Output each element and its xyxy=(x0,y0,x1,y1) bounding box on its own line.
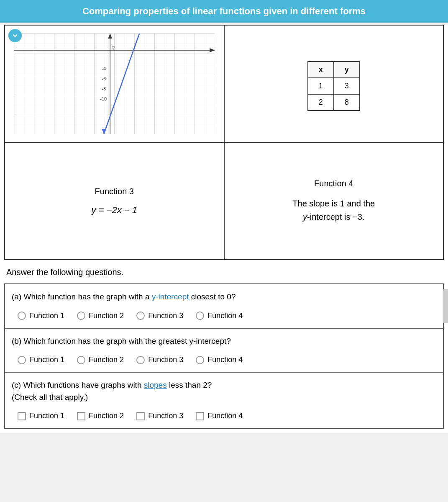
function3-label: Function 3 xyxy=(95,187,134,196)
header-title: Comparing properties of linear functions… xyxy=(82,6,366,16)
question-b-options: Function 1 Function 2 Function 3 Functio… xyxy=(5,351,443,372)
option-b-func3[interactable]: Function 3 xyxy=(136,355,183,364)
checkbox-c-func4[interactable] xyxy=(196,412,204,420)
option-label: Function 2 xyxy=(89,355,124,364)
radio-a-func1[interactable] xyxy=(18,311,26,320)
option-c-func1[interactable]: Function 1 xyxy=(18,412,64,420)
radio-a-func4[interactable] xyxy=(196,311,204,320)
option-b-func2[interactable]: Function 2 xyxy=(77,355,124,364)
table-cell: 1 xyxy=(308,78,334,94)
function2-cell: x y 1 3 2 8 xyxy=(224,25,444,142)
question-a-text: (a) Which function has the graph with a … xyxy=(5,284,443,307)
checkbox-c-func2[interactable] xyxy=(77,412,85,420)
question-c-text: (c) Which functions have graphs with slo… xyxy=(5,373,443,407)
question-b-box: (b) Which function has the graph with th… xyxy=(4,329,444,373)
option-label: Function 4 xyxy=(207,412,243,420)
radio-b-func1[interactable] xyxy=(18,356,26,364)
question-a-box: (a) Which function has the graph with a … xyxy=(4,283,444,329)
slopes-link[interactable]: slopes xyxy=(144,381,167,389)
question-c-box: (c) Which functions have graphs with slo… xyxy=(4,373,444,429)
table-cell: 3 xyxy=(334,78,360,94)
checkbox-c-func1[interactable] xyxy=(18,412,26,420)
table-row: 1 3 xyxy=(308,78,360,94)
function4-desc-line1: The slope is 1 and the xyxy=(292,199,375,208)
question-b-text: (b) Which function has the graph with th… xyxy=(5,329,443,352)
option-label: Function 4 xyxy=(207,311,243,320)
function2-table: x y 1 3 2 8 xyxy=(307,61,360,111)
option-a-func2[interactable]: Function 2 xyxy=(77,311,124,320)
radio-a-func3[interactable] xyxy=(136,311,145,320)
table-col-y: y xyxy=(334,62,360,78)
option-c-func3[interactable]: Function 3 xyxy=(136,412,183,420)
option-label: Function 1 xyxy=(29,355,64,364)
radio-b-func3[interactable] xyxy=(136,356,145,364)
option-c-func4[interactable]: Function 4 xyxy=(196,412,243,420)
radio-a-func2[interactable] xyxy=(77,311,85,320)
option-label: Function 1 xyxy=(29,412,64,420)
option-b-func4[interactable]: Function 4 xyxy=(196,355,243,364)
option-a-func3[interactable]: Function 3 xyxy=(136,311,183,320)
option-c-func2[interactable]: Function 2 xyxy=(77,412,124,420)
table-cell: 8 xyxy=(334,94,360,111)
option-b-func1[interactable]: Function 1 xyxy=(18,355,64,364)
question-c-options: Function 1 Function 2 Function 3 Functio… xyxy=(5,407,443,428)
functions-grid: 2 -4 -6 -8 -10 xyxy=(4,25,444,260)
answer-section: Answer the following questions. (a) Whic… xyxy=(0,260,448,433)
y-intercept-link[interactable]: y-intercept xyxy=(152,292,189,301)
option-label: Function 4 xyxy=(207,355,243,364)
chevron-button[interactable] xyxy=(8,29,22,42)
function1-graph: 2 -4 -6 -8 -10 xyxy=(7,33,222,134)
function4-desc-line2: y-intercept is −3. xyxy=(303,212,364,221)
radio-b-func4[interactable] xyxy=(196,356,204,364)
page-header: Comparing properties of linear functions… xyxy=(0,0,448,23)
function4-label: Function 4 xyxy=(314,179,353,188)
option-a-func4[interactable]: Function 4 xyxy=(196,311,243,320)
svg-text:2: 2 xyxy=(112,45,115,50)
table-cell: 2 xyxy=(308,94,334,111)
option-label: Function 3 xyxy=(148,412,183,420)
option-label: Function 2 xyxy=(89,311,124,320)
option-label: Function 1 xyxy=(29,311,64,320)
function3-equation: y = −2x − 1 xyxy=(92,205,137,216)
sidebar-handle xyxy=(443,289,448,323)
table-col-x: x xyxy=(308,62,334,78)
svg-text:-4: -4 xyxy=(102,66,106,71)
option-label: Function 3 xyxy=(148,311,183,320)
function3-cell: Function 3 y = −2x − 1 xyxy=(5,142,224,260)
graph-svg: 2 -4 -6 -8 -10 xyxy=(7,33,222,134)
option-label: Function 2 xyxy=(89,412,124,420)
svg-text:-10: -10 xyxy=(100,96,107,101)
function1-cell: 2 -4 -6 -8 -10 xyxy=(5,25,224,142)
function4-description: The slope is 1 and the y-intercept is −3… xyxy=(292,197,375,224)
option-a-func1[interactable]: Function 1 xyxy=(18,311,64,320)
svg-text:-6: -6 xyxy=(102,76,106,81)
radio-b-func2[interactable] xyxy=(77,356,85,364)
svg-text:-8: -8 xyxy=(102,86,106,91)
answer-instruction: Answer the following questions. xyxy=(4,268,444,277)
table-row: 2 8 xyxy=(308,94,360,111)
option-label: Function 3 xyxy=(148,355,183,364)
question-a-options: Function 1 Function 2 Function 3 Functio… xyxy=(5,307,443,328)
function4-cell: Function 4 The slope is 1 and the y-inte… xyxy=(224,142,444,260)
checkbox-c-func3[interactable] xyxy=(136,412,145,420)
